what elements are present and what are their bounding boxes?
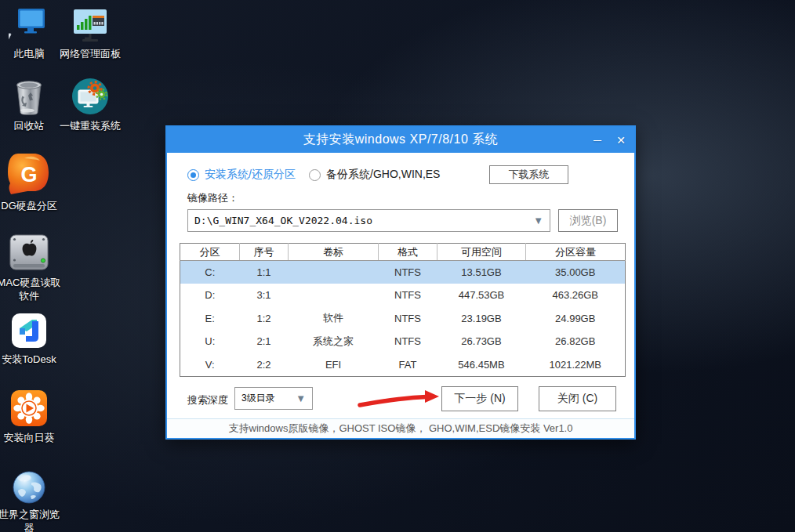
todesk-icon — [0, 312, 64, 349]
network-panel-icon — [56, 6, 125, 44]
next-step-button[interactable]: 下一步 (N) — [441, 386, 518, 411]
table-cell: V: — [180, 353, 240, 377]
partition-row[interactable]: U:2:1系统之家NTFS26.73GB26.82GB — [180, 330, 626, 353]
image-path-value: D:\G_WIN7_X64_OK_V2022.04.iso — [194, 215, 533, 226]
partition-row[interactable]: E:1:2软件NTFS23.19GB24.99GB — [180, 307, 626, 331]
column-header[interactable]: 可用空间 — [437, 244, 526, 261]
minimize-button[interactable]: ─ — [586, 127, 609, 153]
desktop-icon-label: MAC硬盘读取软件 — [0, 276, 64, 302]
table-cell: U: — [180, 330, 240, 353]
table-cell: 系统之家 — [289, 330, 379, 353]
table-cell: NTFS — [379, 261, 437, 284]
search-depth-combobox[interactable]: 3级目录 ▼ — [234, 387, 313, 410]
table-cell: 447.53GB — [437, 284, 526, 307]
partition-table[interactable]: 分区序号卷标格式可用空间分区容量 C:1:1NTFS13.51GB35.00GB… — [180, 243, 626, 377]
column-header[interactable]: 分区 — [180, 244, 240, 261]
column-header[interactable]: 卷标 — [289, 244, 379, 261]
desktop-icon-network-panel[interactable]: 网络管理面板 — [56, 6, 125, 60]
table-cell: 1021.22MB — [526, 353, 626, 377]
table-cell — [289, 261, 379, 284]
desktop-icon-dg-partition[interactable]: G DG硬盘分区 — [0, 152, 64, 212]
sunflower-icon — [0, 387, 64, 428]
mac-disk-reader-icon — [0, 232, 64, 273]
table-cell: 24.99GB — [526, 307, 626, 331]
table-cell: 2:1 — [240, 330, 289, 353]
dialog-title: 支持安装windows XP/7/8/10 系统 — [303, 132, 499, 148]
partition-row[interactable]: C:1:1NTFS13.51GB35.00GB — [180, 261, 626, 284]
dialog-titlebar: 支持安装windows XP/7/8/10 系统 — [167, 127, 634, 153]
desktop-icon-label: 一键重装系统 — [56, 119, 125, 132]
table-cell: FAT — [379, 353, 437, 377]
table-cell: 2:2 — [240, 353, 289, 377]
desktop-icon-label: 世界之窗浏览器 — [0, 508, 64, 532]
table-cell: 546.45MB — [437, 353, 526, 377]
table-cell: 35.00GB — [526, 261, 626, 284]
table-cell: E: — [180, 307, 240, 331]
partition-table-wrap: 分区序号卷标格式可用空间分区容量 C:1:1NTFS13.51GB35.00GB… — [180, 243, 625, 376]
table-cell: 3:1 — [240, 284, 289, 307]
image-path-combobox[interactable]: D:\G_WIN7_X64_OK_V2022.04.iso ▼ — [187, 209, 550, 232]
desktop-icon-install-todesk[interactable]: 安装ToDesk — [0, 312, 64, 366]
desktop-icon-mac-disk-reader[interactable]: MAC硬盘读取软件 — [0, 232, 64, 302]
red-pointer-arrow — [354, 385, 448, 412]
desktop-icon-label: 安装向日葵 — [0, 431, 64, 444]
table-cell: 1:1 — [240, 261, 289, 284]
image-path-label: 镜像路径： — [187, 191, 238, 205]
desktop-icon-this-pc[interactable]: 此电脑 — [0, 6, 64, 60]
desktop-icon-install-sunflower[interactable]: 安装向日葵 — [0, 387, 64, 444]
table-cell: 13.51GB — [437, 261, 526, 284]
table-cell: 26.73GB — [437, 330, 526, 353]
footer-text: 支持windows原版镜像，GHOST ISO镜像， GHO,WIM,ESD镜像… — [229, 422, 573, 436]
download-system-button[interactable]: 下载系统 — [489, 165, 568, 184]
svg-text:G: G — [20, 163, 37, 186]
table-header-row: 分区序号卷标格式可用空间分区容量 — [180, 244, 626, 261]
table-cell: NTFS — [379, 284, 437, 307]
table-cell: 软件 — [289, 307, 379, 331]
radio-selected-icon — [187, 169, 199, 181]
table-cell: 463.26GB — [526, 284, 626, 307]
desktop-icon-label: 此电脑 — [0, 47, 64, 60]
recycle-bin-icon — [0, 78, 64, 116]
one-key-reinstall-icon — [56, 78, 125, 116]
desktop-icon-label: DG硬盘分区 — [0, 199, 64, 212]
browse-button[interactable]: 浏览(B) — [558, 209, 618, 232]
table-cell: 1:2 — [240, 307, 289, 331]
table-cell: 23.19GB — [437, 307, 526, 331]
desktop-icon-label: 网络管理面板 — [56, 47, 125, 60]
table-cell: EFI — [289, 353, 379, 377]
column-header[interactable]: 格式 — [379, 244, 437, 261]
column-header[interactable]: 序号 — [240, 244, 289, 261]
table-cell — [289, 284, 379, 307]
dg-partition-icon: G — [0, 152, 64, 196]
install-dialog: 支持安装windows XP/7/8/10 系统 ─ ✕ 安装系统/还原分区 备… — [165, 125, 636, 440]
this-pc-icon — [0, 6, 64, 44]
desktop-icon-label: 回收站 — [0, 119, 64, 132]
close-button[interactable]: 关闭 (C) — [539, 386, 616, 411]
radio-unselected-icon — [309, 169, 321, 181]
radio-label: 备份系统/GHO,WIN,ES — [326, 168, 440, 182]
desktop-icon-label: 安装ToDesk — [0, 353, 64, 366]
table-cell: NTFS — [379, 330, 437, 353]
radio-label: 安装系统/还原分区 — [205, 168, 296, 182]
desktop-icon-one-key-reinstall[interactable]: 一键重装系统 — [56, 78, 125, 132]
close-icon[interactable]: ✕ — [609, 127, 633, 153]
column-header[interactable]: 分区容量 — [526, 244, 626, 261]
chevron-down-icon[interactable]: ▼ — [533, 215, 543, 226]
table-cell: D: — [180, 284, 240, 307]
globe-icon — [0, 467, 64, 505]
radio-backup-system[interactable]: 备份系统/GHO,WIN,ES — [309, 168, 440, 182]
dialog-footer: 支持windows原版镜像，GHOST ISO镜像， GHO,WIM,ESD镜像… — [167, 418, 634, 438]
radio-install-system[interactable]: 安装系统/还原分区 — [187, 168, 296, 182]
search-depth-label: 搜索深度 — [187, 393, 228, 407]
search-depth-value: 3级目录 — [241, 392, 296, 405]
desktop-icon-recycle-bin[interactable]: 回收站 — [0, 78, 64, 132]
chevron-down-icon[interactable]: ▼ — [296, 393, 306, 404]
desktop-icon-world-window-browser[interactable]: 世界之窗浏览器 — [0, 467, 64, 532]
desktop: { "desktop": { "icons": [ { "id": "this-… — [0, 0, 795, 532]
table-cell: NTFS — [379, 307, 437, 331]
partition-row[interactable]: V:2:2EFIFAT546.45MB1021.22MB — [180, 353, 626, 377]
table-cell: C: — [180, 261, 240, 284]
table-cell: 26.82GB — [526, 330, 626, 353]
partition-row[interactable]: D:3:1NTFS447.53GB463.26GB — [180, 284, 626, 307]
